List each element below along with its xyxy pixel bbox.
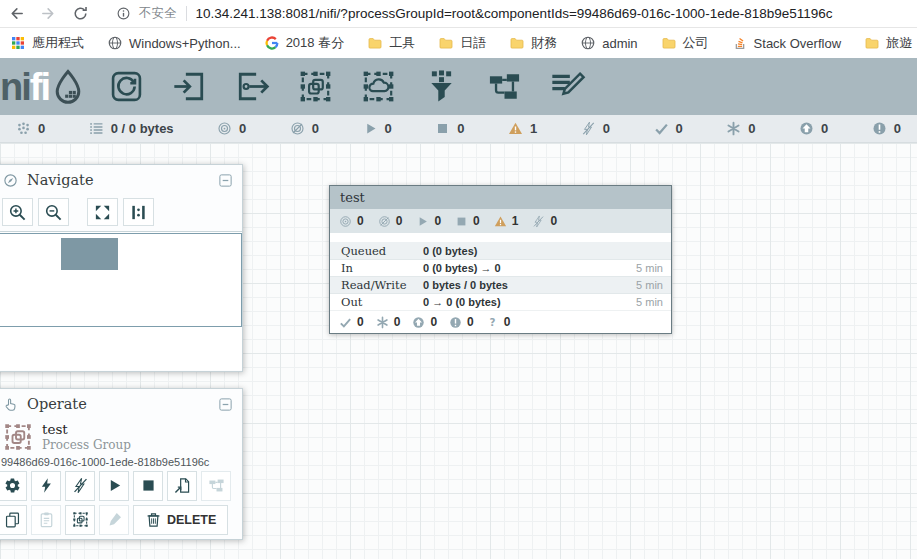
remote-process-group-tool[interactable] [360, 69, 397, 104]
enable-button[interactable] [31, 471, 61, 501]
version-count: 0 [467, 315, 474, 329]
badge-transmitting: 0 [339, 214, 364, 228]
operate-collapse-button[interactable] [218, 397, 233, 412]
status-icon [435, 121, 450, 136]
disable-button[interactable] [65, 471, 95, 501]
template-tool[interactable] [486, 69, 523, 104]
zoom-icon [93, 203, 112, 222]
badge-count: 0 [473, 214, 480, 228]
status-invalid: 1 [508, 121, 537, 136]
badge-icon [532, 215, 545, 228]
selection-id: 99486d69-016c-1000-1ede-818b9e51196c [0, 455, 242, 471]
process-group-badges: 0 0 0 0 [330, 209, 671, 233]
zoom-in-button[interactable] [2, 198, 33, 226]
status-running: 0 [363, 121, 392, 136]
address-bar[interactable]: 不安全 10.34.241.138:8081/nifi/?processGrou… [116, 5, 917, 22]
stop-button[interactable] [133, 471, 163, 501]
operate-panel: Operate test Process Group 99486d69-016c… [0, 388, 243, 540]
bookmark-travel[interactable]: 旅遊 [864, 34, 912, 52]
button-icon [174, 477, 191, 494]
input-port-tool[interactable] [171, 69, 208, 104]
button-icon [72, 477, 89, 494]
create-template-button[interactable] [201, 471, 231, 501]
status-count: 0 [38, 121, 45, 136]
processor-tool[interactable] [108, 69, 145, 104]
operate-selection: test Process Group [0, 419, 242, 455]
zoom-fit-button[interactable] [87, 198, 118, 226]
process-group-name: test [330, 186, 671, 209]
operate-buttons-row-2: DELETE [0, 505, 242, 539]
site-info-icon[interactable] [116, 6, 131, 21]
stats-label: Read/Write [341, 278, 423, 292]
paste-button[interactable] [31, 505, 61, 535]
badge-icon [339, 215, 352, 228]
navigate-title: Navigate [27, 172, 218, 188]
stats-window: 5 min [636, 262, 663, 274]
forward-icon[interactable] [40, 5, 57, 22]
omnibox-divider [186, 6, 187, 21]
fill-color-button[interactable] [99, 505, 129, 535]
process-group-test[interactable]: test 0 0 0 [329, 185, 672, 334]
version-count: 0 [504, 315, 511, 329]
version-icon [412, 316, 425, 329]
status-count: 0 [312, 121, 319, 136]
upload-template-button[interactable] [167, 471, 197, 501]
badge-count: 0 [550, 214, 557, 228]
stats-row: Out 0 → 0 (0 bytes) 5 min [330, 293, 671, 310]
bookmarks-bar: 應用程式 Windows+Python... 2018 春分 工具 日語 [0, 28, 917, 58]
status-count: 0 [821, 121, 828, 136]
process-group-version-footer: 0 0 0 0 [330, 310, 671, 333]
bookmark-icon [864, 35, 880, 51]
bookmark-tools[interactable]: 工具 [367, 34, 415, 52]
birdseye-viewport[interactable] [0, 233, 242, 327]
back-icon[interactable] [8, 5, 25, 22]
bookmark-japanese[interactable]: 日語 [438, 34, 486, 52]
status-transmitting: 0 [217, 121, 246, 136]
bookmark-company[interactable]: 公司 [661, 34, 709, 52]
label-tool[interactable] [549, 69, 586, 104]
operate-buttons-row-1 [0, 471, 242, 505]
start-button[interactable] [99, 471, 129, 501]
version-icon: ? [486, 316, 499, 329]
bookmark-stackoverflow[interactable]: Stack Overflow [732, 35, 841, 51]
status-count: 0 [239, 121, 246, 136]
zoom-out-button[interactable] [38, 198, 69, 226]
navigate-buttons [0, 195, 242, 231]
flow-canvas[interactable]: test 0 0 0 [0, 143, 917, 559]
status-icon [654, 121, 669, 136]
nifi-logo: nifi [0, 68, 86, 106]
button-label: DELETE [167, 513, 216, 527]
zoom-actual-button[interactable] [123, 198, 154, 226]
status-locally-modified: 0 [726, 121, 755, 136]
badge-icon [455, 215, 468, 228]
funnel-tool[interactable] [423, 69, 460, 104]
bookmark-label: 公司 [683, 34, 709, 52]
group-button[interactable] [65, 505, 95, 535]
bookmark-finance[interactable]: 財務 [509, 34, 557, 52]
navigate-collapse-button[interactable] [218, 173, 233, 188]
badge-count: 0 [434, 214, 441, 228]
output-port-tool[interactable] [234, 69, 271, 104]
pg-stale: 0 [412, 315, 437, 329]
configure-button[interactable] [0, 471, 27, 501]
browser-toolbar: 不安全 10.34.241.138:8081/nifi/?processGrou… [0, 0, 917, 28]
bookmark-2018[interactable]: 2018 春分 [264, 34, 345, 52]
bookmark-windows-python[interactable]: Windows+Python... [107, 35, 241, 51]
flow-status-bar: 0 0 / 0 bytes 0 0 0 [0, 115, 917, 143]
reload-icon[interactable] [72, 5, 89, 22]
copy-button[interactable] [0, 505, 27, 535]
birdseye-view[interactable] [0, 231, 242, 370]
process-group-icon [3, 422, 33, 452]
status-stopped: 0 [435, 121, 464, 136]
security-label: 不安全 [139, 5, 177, 22]
bookmark-admin[interactable]: admin [580, 35, 637, 51]
button-icon [106, 477, 123, 494]
badge-icon [416, 215, 429, 228]
component-toolbar [108, 69, 586, 104]
compass-icon [3, 173, 18, 188]
delete-button[interactable]: DELETE [133, 505, 228, 535]
stats-window: 5 min [636, 296, 663, 308]
bookmark-apps[interactable]: 應用程式 [10, 34, 84, 52]
process-group-tool[interactable] [297, 69, 334, 104]
badge-count: 1 [512, 214, 519, 228]
